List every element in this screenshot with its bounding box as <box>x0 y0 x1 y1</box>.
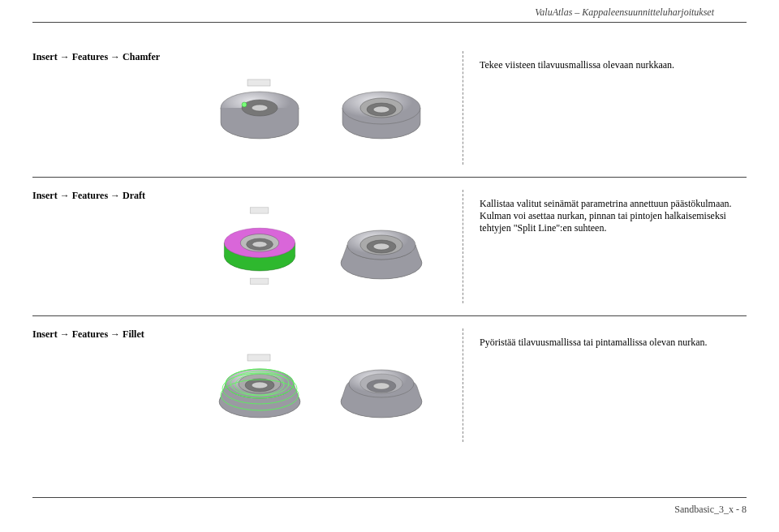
svg-point-10 <box>373 106 390 113</box>
description-label: Tekee viisteen tilavuusmallissa olevaan … <box>463 51 747 165</box>
command-label: Insert → Features → Draft <box>32 190 179 303</box>
svg-rect-5 <box>247 79 270 86</box>
svg-point-38 <box>373 383 390 389</box>
feature-row-fillet: Insert → Features → Fillet <box>32 316 747 454</box>
svg-rect-17 <box>250 278 269 284</box>
description-label: Kallistaa valitut seinämät parametrina a… <box>463 190 747 303</box>
description-label: Pyöristää tilavuusmallissa tai pintamall… <box>463 328 747 442</box>
command-label: Insert → Features → Chamfer <box>32 51 179 165</box>
fillet-after-illustration <box>329 345 434 426</box>
illustration-cell <box>179 328 463 442</box>
feature-row-chamfer: Insert → Features → Chamfer <box>32 39 747 178</box>
chamfer-before-illustration <box>207 67 312 148</box>
illustration-cell <box>179 190 463 303</box>
fillet-before-illustration <box>207 345 312 426</box>
feature-row-draft: Insert → Features → Draft <box>32 178 747 316</box>
draft-before-illustration <box>207 206 312 287</box>
illustration-cell <box>179 51 463 165</box>
page-footer: Sandbasic_3_x - 8 <box>674 504 747 516</box>
page-header: ValuAtlas – Kappaleensuunnitteluharjoitu… <box>32 0 747 23</box>
footer-text: Sandbasic_3_x - 8 <box>674 504 747 515</box>
content-area: Insert → Features → Chamfer <box>0 23 779 454</box>
svg-rect-33 <box>247 354 270 361</box>
svg-point-16 <box>252 242 267 247</box>
svg-rect-11 <box>250 208 269 213</box>
svg-point-22 <box>373 243 390 250</box>
svg-point-3 <box>252 105 268 111</box>
command-label: Insert → Features → Fillet <box>32 328 179 442</box>
draft-after-illustration <box>329 206 434 287</box>
svg-point-4 <box>242 102 247 107</box>
chamfer-after-illustration <box>329 67 434 148</box>
svg-point-27 <box>252 382 268 388</box>
